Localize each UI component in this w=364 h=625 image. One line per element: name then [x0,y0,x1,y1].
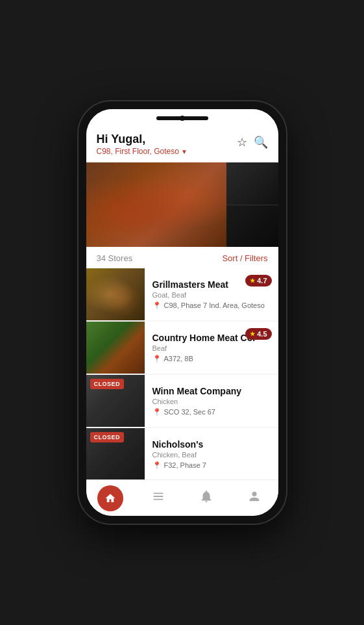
location-pin-icon: 📍 [152,301,162,310]
greeting-text: Hi Yugal, [97,133,188,146]
store-card[interactable]: CLOSED Winn Meat Company Chicken 📍 SCO 3… [86,375,278,427]
bottom-nav [86,479,278,516]
closed-overlay: CLOSED [86,428,145,479]
rating-value: 4.7 [257,277,267,285]
location-pin-icon: 📍 [152,355,162,363]
store-type: Beaf [152,344,272,352]
closed-overlay: CLOSED [86,375,145,427]
location-pin-icon: 📍 [152,408,162,416]
store-name: Nicholson's [152,439,272,450]
app-header: Hi Yugal, C98, First Floor, Goteso ▼ ☆ 🔍 [86,127,278,162]
chevron-down-icon: ▼ [181,148,188,155]
banner-side [226,162,278,247]
store-info-country: Country Home Meat Co. Beaf 📍 A372, 8B ★ … [145,322,278,374]
sort-filter-button[interactable]: Sort / Filters [222,253,267,263]
notch-bar [86,109,278,127]
header-left: Hi Yugal, C98, First Floor, Goteso ▼ [97,133,188,156]
store-image-country [86,322,145,374]
store-info-winn: Winn Meat Company Chicken 📍 SCO 32, Sec … [145,375,278,427]
store-card[interactable]: Grillmasters Meat Goat, Beaf 📍 C98, Phas… [86,268,278,320]
store-location: 📍 A372, 8B [152,355,272,363]
store-name: Winn Meat Company [152,386,272,396]
store-info-grillmasters: Grillmasters Meat Goat, Beaf 📍 C98, Phas… [145,268,278,320]
banner-side-bottom [226,205,278,248]
store-address: C98, Phase 7 Ind. Area, Goteso [164,301,265,309]
stores-header: 34 Stores Sort / Filters [86,247,278,268]
rating-badge: ★ 4.7 [245,275,271,287]
banner-main-image [86,162,226,247]
star-icon: ★ [250,277,255,284]
banner-side-top [226,162,278,205]
rating-badge: ★ 4.5 [245,328,271,340]
store-location: 📍 SCO 32, Sec 67 [152,408,272,416]
closed-badge: CLOSED [90,432,125,442]
location-pin-icon: 📍 [152,461,162,470]
search-icon[interactable]: 🔍 [254,135,268,149]
meat-background [86,162,226,247]
store-type: Goat, Beaf [152,291,272,299]
store-type: Chicken [152,398,272,405]
favorite-icon[interactable]: ☆ [237,135,247,149]
bell-icon [199,489,213,507]
store-type: Chicken, Beaf [152,451,272,459]
camera-dot [180,116,185,121]
address-row[interactable]: C98, First Floor, Goteso ▼ [97,147,188,156]
stores-section: 34 Stores Sort / Filters Grillmasters Me… [86,247,278,479]
address-text: C98, First Floor, Goteso [97,147,179,156]
store-card[interactable]: Country Home Meat Co. Beaf 📍 A372, 8B ★ … [86,322,278,374]
nav-home[interactable] [86,485,134,511]
nav-notifications[interactable] [182,489,230,507]
store-info-nicholson: Nicholson's Chicken, Beaf 📍 F32, Phase 7 [145,428,278,479]
nav-orders[interactable] [134,489,182,507]
stores-count: 34 Stores [97,253,133,263]
orders-icon [151,489,165,507]
store-image-nicholson: CLOSED [86,428,145,479]
header-icons: ☆ 🔍 [237,133,268,149]
rating-value: 4.5 [257,330,267,338]
nav-profile[interactable] [230,489,278,507]
store-address: SCO 32, Sec 67 [164,408,216,416]
phone-frame: Hi Yugal, C98, First Floor, Goteso ▼ ☆ 🔍 [79,101,286,524]
store-image-grillmasters [86,268,145,320]
phone-screen: Hi Yugal, C98, First Floor, Goteso ▼ ☆ 🔍 [86,109,278,516]
store-address: F32, Phase 7 [164,461,206,469]
profile-icon [247,489,261,507]
store-address: A372, 8B [164,355,193,363]
closed-badge: CLOSED [90,379,125,389]
store-location: 📍 C98, Phase 7 Ind. Area, Goteso [152,301,272,310]
store-location: 📍 F32, Phase 7 [152,461,272,470]
star-icon: ★ [250,331,255,337]
store-card[interactable]: CLOSED Nicholson's Chicken, Beaf 📍 F32, … [86,428,278,479]
home-icon [97,485,123,511]
promo-banner [86,162,278,247]
store-image-winn: CLOSED [86,375,145,427]
